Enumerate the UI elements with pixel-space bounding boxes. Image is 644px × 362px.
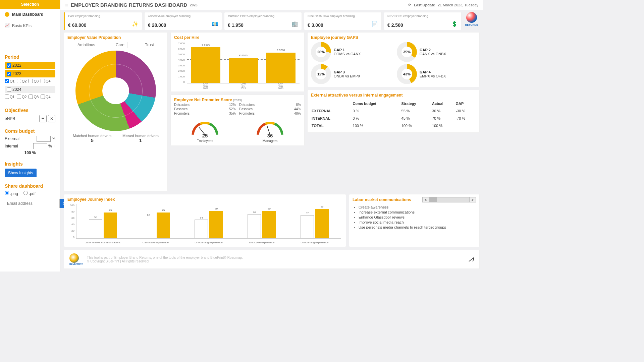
last-update-label: Last Update [414,3,435,7]
gaps-card: Employee journey GAPS 26% GAP 1COMS vs C… [307,32,480,87]
kpi-ebita: Mutation EBITA employer branding € 1.950… [224,12,302,30]
topbar: ≡ EMPLOYER BRANDING RETURNS DASHBOARD 20… [60,0,483,10]
lmc-heading: Labor market communications [353,197,411,202]
kpi-added-value: Added value employer branding € 28.000 💶 [144,12,222,30]
kpi-cost: Cost employer branding € 60.000 ✨ [64,12,142,30]
q2-2023[interactable]: Q2 [17,79,27,83]
last-update-value: 21 March 2023, Tuesday [438,3,478,7]
ej-chart[interactable]: 100806040200 5575 6275 5480 7080 6785 La… [67,204,342,244]
coms-internal-input[interactable] [33,143,47,149]
ej-card: Employee Journey index 100806040200 5575… [64,194,346,247]
evp-tab-ambitious[interactable]: Ambitious [75,42,98,48]
objective-edit-icon[interactable]: ≣ [39,115,47,122]
enps-gauge-employees: 25 [190,119,220,137]
building-icon: 🏢 [291,21,298,27]
sidebar: Selection Main Dashboard Basic KPIs Peri… [0,0,60,272]
kpi-row: Cost employer branding € 60.000 ✨ Added … [60,10,483,32]
selection-tab[interactable]: Selection [0,0,60,9]
enps-card: Employee Net Promoter Score (2023) Detra… [170,95,305,146]
missed-value: 1 [122,138,159,143]
coms-total: 100 % [5,150,55,155]
ext-card: External attractives versus internal eng… [307,90,480,133]
year-2022-checkbox[interactable] [7,63,11,68]
q1-2024[interactable]: Q1 [5,95,15,99]
chart-icon [5,23,9,28]
lmc-pager: < > [422,197,476,202]
sparkle-icon: ✨ [132,21,139,27]
show-insights-button[interactable]: Show Insights [5,169,37,177]
period-heading: Period [5,54,55,60]
gap-4: 43% GAP 4EMPX vs OFBX [397,64,476,84]
email-input[interactable] [5,199,60,208]
lmc-item: Enhance Glassdoor reviews [359,215,476,219]
nav-main-dashboard[interactable]: Main Dashboard [0,9,60,20]
kpi-fcf: Free Cash Flow employer branding € 3.000… [304,12,382,30]
objectives-heading: Objectives [5,108,55,113]
gap-1: 26% GAP 1COMS vs CANX [311,42,390,62]
lmc-item: Increase external communications [359,210,476,214]
evp-tab-trust[interactable]: Trust [142,42,157,48]
objective-value: eNPS [5,116,15,121]
main: ≡ EMPLOYER BRANDING RETURNS DASHBOARD 20… [60,0,483,272]
blueprint-logo-icon [69,253,79,263]
enps-gauge-managers: 36 [255,119,285,137]
year-2024[interactable]: 2024 [5,86,55,93]
enps-heading: Employee Net Promoter Score [174,98,232,102]
year-2023[interactable]: 2023 [5,70,55,77]
lmc-card: Labor market communications < > Create a… [349,194,480,247]
quarters-2023: Q1 Q2 Q3 Q4 [5,79,55,83]
nav-label: Basic KPIs [12,23,32,28]
lmc-prev-button[interactable]: < [422,197,429,202]
coms-internal-label: Internal [5,144,18,148]
refresh-icon[interactable]: ⟳ [408,3,411,7]
q1-2023[interactable]: Q1 [5,79,15,83]
brand-logo: RETURNS [464,12,480,30]
insights-heading: Insights [5,161,55,167]
money-icon: 💶 [212,21,218,27]
nav-label: Main Dashboard [12,12,43,17]
lmc-next-button[interactable]: > [469,197,476,202]
page-title: EMPLOYER BRANDING RETURNS DASHBOARD [71,2,187,8]
dot-icon [5,12,9,17]
dollar-icon: 💲 [451,21,458,27]
evp-tab-care[interactable]: Care [113,42,127,48]
lmc-list: Create awareness Increase external commu… [359,205,476,229]
share-heading: Share dashboard [5,183,55,189]
ext-heading: External attractives versus internal eng… [311,93,476,98]
footer-mark-icon: ⩘ [467,255,474,263]
document-icon: 📄 [371,21,378,27]
footer: BLUEPRINT This tool is part of Employer … [64,250,480,269]
year-2022[interactable]: 2022 [5,62,55,69]
q3-2023[interactable]: Q3 [29,79,39,83]
matched-value: 5 [73,138,111,143]
globe-icon [466,12,477,23]
gap-3: 12% GAP 3ONBX vs EMPX [311,64,390,84]
ext-table: Coms budgetStrategyActualGAP EXTERNAL0 %… [311,100,476,130]
share-pdf[interactable]: .pdf [23,191,36,196]
cph-heading: Cost per Hire [174,35,301,40]
cph-chart[interactable]: 7,0006,0005,0004,0003,0002,0001,0000 € 6… [174,42,301,89]
gaps-heading: Employee journey GAPS [311,35,476,40]
q3-2024[interactable]: Q3 [29,95,39,99]
year-2023-checkbox[interactable] [7,72,11,76]
gap-2: 35% GAP 2CANX vs ONBX [397,42,476,62]
q4-2023[interactable]: Q4 [41,79,51,83]
q2-2024[interactable]: Q2 [17,95,27,99]
kpi-npv: NPV FCFS emlpoyer branding € 2.500 💲 [384,12,462,30]
coms-external-input[interactable] [37,136,51,142]
footer-line2: © Copyright BluePrint | All rights reser… [87,259,243,263]
objective-clear-icon[interactable]: ✕ [48,115,55,122]
lmc-item: Improve social media reach [359,220,476,224]
evp-card: Employer Value Proposition Ambitious Car… [64,32,168,191]
q4-2024[interactable]: Q4 [41,95,51,99]
nav-basic-kpis[interactable]: Basic KPIs [0,20,60,32]
page-year: 2023 [190,3,197,7]
ej-heading: Employee Journey index [67,197,342,202]
cph-card: Cost per Hire 7,0006,0005,0004,0003,0002… [170,32,305,92]
year-2024-checkbox[interactable] [7,87,11,92]
share-png[interactable]: .png [5,191,18,196]
lmc-item: Use persona's media channels to reach ta… [359,225,476,229]
evp-sunburst-chart[interactable] [75,51,156,131]
lmc-scrollbar[interactable] [429,197,469,202]
menu-icon[interactable]: ≡ [65,2,68,8]
